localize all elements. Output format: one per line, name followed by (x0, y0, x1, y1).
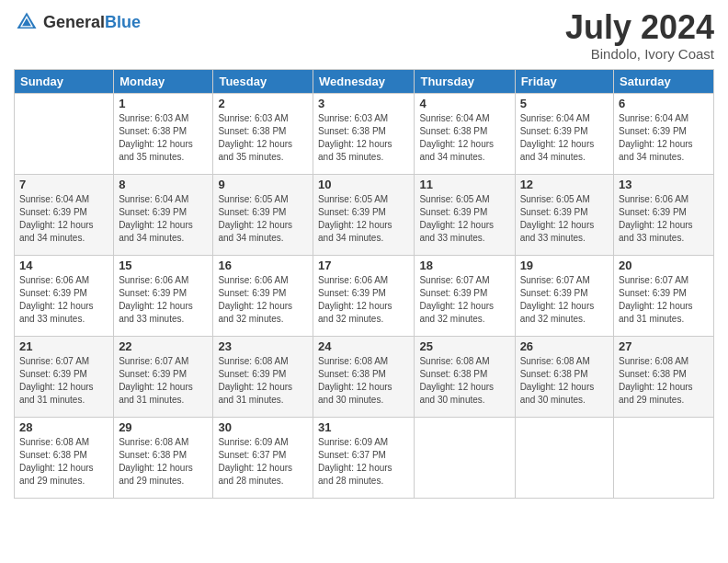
day-info: Sunrise: 6:05 AMSunset: 6:39 PMDaylight:… (419, 193, 509, 245)
col-saturday: Saturday (614, 69, 714, 93)
day-number: 6 (619, 97, 709, 110)
day-info: Sunrise: 6:05 AMSunset: 6:39 PMDaylight:… (520, 193, 609, 245)
day-info: Sunrise: 6:06 AMSunset: 6:39 PMDaylight:… (619, 193, 709, 245)
day-info: Sunrise: 6:04 AMSunset: 6:39 PMDaylight:… (119, 193, 208, 245)
table-row: 10Sunrise: 6:05 AMSunset: 6:39 PMDayligh… (313, 174, 415, 255)
col-thursday: Thursday (415, 69, 515, 93)
day-info: Sunrise: 6:08 AMSunset: 6:38 PMDaylight:… (520, 355, 609, 407)
table-row: 18Sunrise: 6:07 AMSunset: 6:39 PMDayligh… (415, 255, 515, 336)
day-info: Sunrise: 6:08 AMSunset: 6:38 PMDaylight:… (619, 355, 709, 407)
day-number: 9 (218, 178, 308, 191)
header: GeneralBlue July 2024 Bindolo, Ivory Coa… (14, 9, 714, 62)
day-number: 5 (520, 97, 609, 110)
day-info: Sunrise: 6:08 AMSunset: 6:38 PMDaylight:… (419, 355, 509, 407)
logo-icon (14, 9, 40, 35)
col-wednesday: Wednesday (313, 69, 415, 93)
table-row: 1Sunrise: 6:03 AMSunset: 6:38 PMDaylight… (114, 93, 213, 174)
day-number: 11 (419, 178, 509, 191)
day-info: Sunrise: 6:05 AMSunset: 6:39 PMDaylight:… (318, 193, 409, 245)
logo-blue: Blue (105, 13, 141, 31)
table-row: 30Sunrise: 6:09 AMSunset: 6:37 PMDayligh… (213, 417, 313, 498)
day-info: Sunrise: 6:04 AMSunset: 6:38 PMDaylight:… (419, 112, 509, 164)
day-number: 3 (318, 97, 409, 110)
day-number: 4 (419, 97, 509, 110)
table-row: 7Sunrise: 6:04 AMSunset: 6:39 PMDaylight… (15, 174, 114, 255)
day-info: Sunrise: 6:06 AMSunset: 6:39 PMDaylight:… (119, 274, 208, 326)
table-row: 8Sunrise: 6:04 AMSunset: 6:39 PMDaylight… (114, 174, 213, 255)
day-number: 24 (318, 339, 409, 353)
calendar-week-row: 14Sunrise: 6:06 AMSunset: 6:39 PMDayligh… (15, 255, 714, 336)
table-row: 16Sunrise: 6:06 AMSunset: 6:39 PMDayligh… (213, 255, 313, 336)
day-number: 14 (19, 259, 108, 272)
day-info: Sunrise: 6:08 AMSunset: 6:38 PMDaylight:… (318, 355, 409, 407)
table-row: 31Sunrise: 6:09 AMSunset: 6:37 PMDayligh… (313, 417, 415, 498)
calendar-week-row: 1Sunrise: 6:03 AMSunset: 6:38 PMDaylight… (15, 93, 714, 174)
day-number: 31 (318, 420, 409, 434)
day-info: Sunrise: 6:08 AMSunset: 6:38 PMDaylight:… (19, 436, 108, 488)
table-row: 3Sunrise: 6:03 AMSunset: 6:38 PMDaylight… (313, 93, 415, 174)
table-row: 15Sunrise: 6:06 AMSunset: 6:39 PMDayligh… (114, 255, 213, 336)
main-title: July 2024 (565, 9, 714, 46)
table-row: 23Sunrise: 6:08 AMSunset: 6:39 PMDayligh… (213, 336, 313, 417)
day-info: Sunrise: 6:07 AMSunset: 6:39 PMDaylight:… (119, 355, 208, 407)
logo-general: General (43, 13, 105, 31)
table-row: 24Sunrise: 6:08 AMSunset: 6:38 PMDayligh… (313, 336, 415, 417)
day-number: 22 (119, 339, 208, 353)
table-row: 11Sunrise: 6:05 AMSunset: 6:39 PMDayligh… (415, 174, 515, 255)
table-row: 27Sunrise: 6:08 AMSunset: 6:38 PMDayligh… (614, 336, 714, 417)
table-row: 26Sunrise: 6:08 AMSunset: 6:38 PMDayligh… (515, 336, 613, 417)
day-number: 13 (619, 178, 709, 191)
calendar-week-row: 7Sunrise: 6:04 AMSunset: 6:39 PMDaylight… (15, 174, 714, 255)
table-row: 22Sunrise: 6:07 AMSunset: 6:39 PMDayligh… (114, 336, 213, 417)
day-number: 12 (520, 178, 609, 191)
table-row: 2Sunrise: 6:03 AMSunset: 6:38 PMDaylight… (213, 93, 313, 174)
calendar-week-row: 28Sunrise: 6:08 AMSunset: 6:38 PMDayligh… (15, 417, 714, 498)
page: GeneralBlue July 2024 Bindolo, Ivory Coa… (0, 0, 728, 563)
table-row (614, 417, 714, 498)
location-subtitle: Bindolo, Ivory Coast (565, 46, 714, 62)
day-number: 25 (419, 339, 509, 353)
day-number: 29 (119, 420, 208, 434)
day-info: Sunrise: 6:08 AMSunset: 6:39 PMDaylight:… (218, 355, 308, 407)
table-row: 14Sunrise: 6:06 AMSunset: 6:39 PMDayligh… (15, 255, 114, 336)
day-number: 2 (218, 97, 308, 110)
day-info: Sunrise: 6:06 AMSunset: 6:39 PMDaylight:… (19, 274, 108, 326)
day-number: 23 (218, 339, 308, 353)
col-monday: Monday (114, 69, 213, 93)
calendar-table: Sunday Monday Tuesday Wednesday Thursday… (14, 69, 714, 499)
day-info: Sunrise: 6:07 AMSunset: 6:39 PMDaylight:… (19, 355, 108, 407)
table-row: 12Sunrise: 6:05 AMSunset: 6:39 PMDayligh… (515, 174, 613, 255)
table-row: 29Sunrise: 6:08 AMSunset: 6:38 PMDayligh… (114, 417, 213, 498)
logo-text: GeneralBlue (43, 13, 141, 32)
table-row (515, 417, 613, 498)
calendar-week-row: 21Sunrise: 6:07 AMSunset: 6:39 PMDayligh… (15, 336, 714, 417)
day-info: Sunrise: 6:04 AMSunset: 6:39 PMDaylight:… (619, 112, 709, 164)
day-info: Sunrise: 6:04 AMSunset: 6:39 PMDaylight:… (520, 112, 609, 164)
day-info: Sunrise: 6:03 AMSunset: 6:38 PMDaylight:… (218, 112, 308, 164)
col-sunday: Sunday (15, 69, 114, 93)
table-row (415, 417, 515, 498)
table-row: 21Sunrise: 6:07 AMSunset: 6:39 PMDayligh… (15, 336, 114, 417)
day-info: Sunrise: 6:09 AMSunset: 6:37 PMDaylight:… (218, 436, 308, 488)
day-number: 18 (419, 259, 509, 272)
day-number: 10 (318, 178, 409, 191)
day-number: 16 (218, 259, 308, 272)
table-row: 19Sunrise: 6:07 AMSunset: 6:39 PMDayligh… (515, 255, 613, 336)
table-row (15, 93, 114, 174)
table-row: 17Sunrise: 6:06 AMSunset: 6:39 PMDayligh… (313, 255, 415, 336)
col-tuesday: Tuesday (213, 69, 313, 93)
day-number: 27 (619, 339, 709, 353)
table-row: 28Sunrise: 6:08 AMSunset: 6:38 PMDayligh… (15, 417, 114, 498)
day-number: 28 (19, 420, 108, 434)
day-number: 20 (619, 259, 709, 272)
table-row: 4Sunrise: 6:04 AMSunset: 6:38 PMDaylight… (415, 93, 515, 174)
day-info: Sunrise: 6:07 AMSunset: 6:39 PMDaylight:… (520, 274, 609, 326)
col-friday: Friday (515, 69, 613, 93)
table-row: 9Sunrise: 6:05 AMSunset: 6:39 PMDaylight… (213, 174, 313, 255)
day-number: 30 (218, 420, 308, 434)
day-number: 7 (19, 178, 108, 191)
day-number: 19 (520, 259, 609, 272)
day-info: Sunrise: 6:03 AMSunset: 6:38 PMDaylight:… (318, 112, 409, 164)
logo: GeneralBlue (14, 9, 141, 35)
day-number: 17 (318, 259, 409, 272)
